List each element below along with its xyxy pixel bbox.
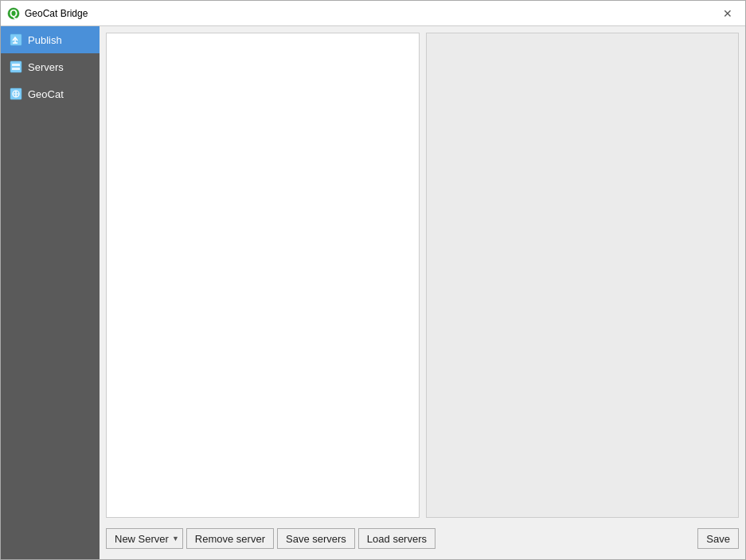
sidebar: Publish Servers GeoCat	[1, 26, 100, 559]
left-panel	[106, 33, 420, 518]
sidebar-publish-label: Publish	[28, 34, 62, 46]
geocat-icon	[9, 87, 23, 101]
sidebar-servers-label: Servers	[28, 61, 64, 73]
save-servers-button[interactable]: Save servers	[277, 528, 355, 549]
main-window: Q GeoCat Bridge ✕ Publish	[0, 0, 746, 560]
close-button[interactable]: ✕	[717, 4, 739, 23]
sidebar-item-publish[interactable]: Publish	[1, 26, 100, 53]
svg-rect-6	[12, 64, 20, 66]
load-servers-button[interactable]: Load servers	[358, 528, 435, 549]
save-button[interactable]: Save	[697, 528, 739, 549]
svg-text:Q: Q	[10, 7, 18, 19]
main-area: New Server ▼ Remove server Save servers …	[100, 26, 745, 559]
content-area: Publish Servers GeoCat	[1, 26, 745, 559]
panels-row	[106, 33, 739, 518]
servers-icon	[9, 60, 23, 74]
app-icon: Q	[7, 7, 20, 20]
svg-rect-7	[12, 68, 20, 70]
bottom-bar: New Server ▼ Remove server Save servers …	[106, 524, 739, 553]
title-bar: Q GeoCat Bridge ✕	[1, 1, 745, 26]
dropdown-arrow-icon: ▼	[172, 535, 179, 542]
publish-icon	[9, 33, 23, 47]
new-server-button[interactable]: New Server ▼	[106, 528, 183, 549]
window-title: GeoCat Bridge	[25, 8, 88, 19]
remove-server-button[interactable]: Remove server	[186, 528, 274, 549]
sidebar-item-servers[interactable]: Servers	[1, 53, 100, 80]
svg-rect-5	[10, 61, 21, 72]
sidebar-geocat-label: GeoCat	[28, 88, 64, 100]
right-panel	[426, 33, 740, 518]
title-bar-left: Q GeoCat Bridge	[7, 7, 88, 20]
svg-rect-2	[10, 34, 21, 45]
sidebar-item-geocat[interactable]: GeoCat	[1, 80, 100, 107]
